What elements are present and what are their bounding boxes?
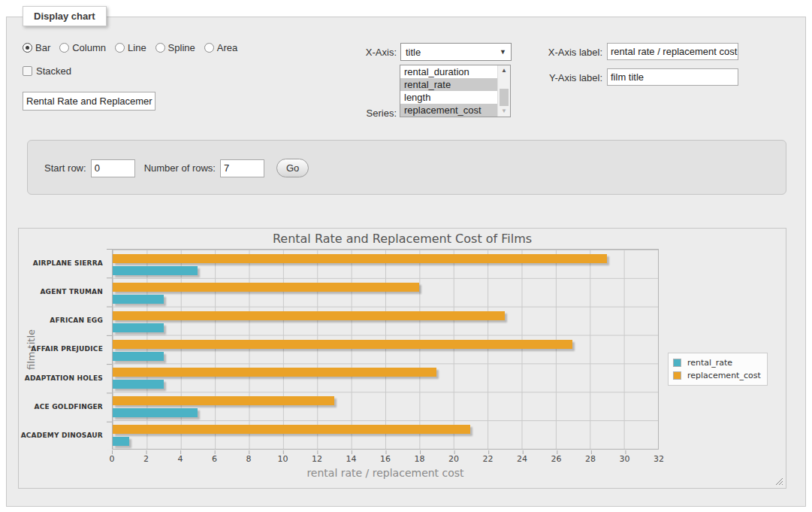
bar-replacement_cost <box>113 311 505 320</box>
radio-icon[interactable] <box>59 43 69 53</box>
y-axis-ticks <box>107 249 112 450</box>
x-axis-selected-value: title <box>406 47 421 58</box>
bar-rental_rate <box>113 266 198 275</box>
category-label: AFFAIR PREJUDICE <box>19 335 103 363</box>
bar-rental_rate <box>113 323 164 332</box>
bar-replacement_cost <box>113 283 419 292</box>
radio-label: Spline <box>168 42 195 53</box>
resize-handle-icon[interactable] <box>774 477 783 485</box>
chart-legend: rental_ratereplacement_cost <box>668 353 768 386</box>
x-tick-label: 0 <box>110 454 115 464</box>
y-axis-label-field-label: Y-Axis label: <box>518 72 602 83</box>
x-axis-label-input[interactable]: rental rate / replacement cost <box>607 43 738 60</box>
bar-replacement_cost <box>113 368 436 377</box>
series-scrollbar[interactable]: ▲ ▼ <box>497 65 510 117</box>
x-tick-label: 10 <box>278 454 288 464</box>
x-tick-label: 30 <box>620 454 630 464</box>
x-tick-label: 18 <box>415 454 425 464</box>
radio-label: Line <box>128 42 146 53</box>
bar-replacement_cost <box>113 396 334 405</box>
x-tick-label: 24 <box>517 454 527 464</box>
x-tick-label: 14 <box>346 454 357 464</box>
radio-label: Area <box>217 42 237 53</box>
x-tick-label: 20 <box>448 454 459 464</box>
category-label: AFRICAN EGG <box>19 306 103 335</box>
legend-label: replacement_cost <box>687 371 761 380</box>
x-axis-select[interactable]: title ▼ <box>400 43 512 61</box>
start-row-label: Start row: <box>44 162 86 174</box>
chart-type-radio-area[interactable]: Area <box>204 42 237 53</box>
stacked-label: Stacked <box>36 65 71 77</box>
series-list-label: Series: <box>338 108 397 119</box>
series-option-rental_rate[interactable]: rental_rate <box>400 78 497 91</box>
start-row-input[interactable]: 0 <box>91 159 135 177</box>
y-axis-label-input[interactable]: film title <box>607 68 738 86</box>
radio-icon[interactable] <box>204 43 214 53</box>
series-options: rental_durationrental_ratelengthreplacem… <box>400 65 497 117</box>
chart-type-radio-line[interactable]: Line <box>115 42 146 53</box>
go-button[interactable]: Go <box>276 159 309 177</box>
bar-rental_rate <box>113 437 129 446</box>
x-tick-label: 26 <box>551 454 562 464</box>
x-tick-label: 12 <box>312 454 322 464</box>
x-tick-label: 2 <box>143 454 149 464</box>
plot-area <box>112 249 659 450</box>
scroll-down-icon[interactable]: ▼ <box>498 106 510 117</box>
bar-rental_rate <box>113 380 164 389</box>
category-label: ACADEMY DINOSAUR <box>19 421 103 450</box>
series-option-rental_duration[interactable]: rental_duration <box>400 65 497 78</box>
chevron-down-icon: ▼ <box>500 48 506 56</box>
legend-row-replacement_cost: replacement_cost <box>673 369 761 382</box>
bar-rental_rate <box>113 352 164 361</box>
radio-icon[interactable] <box>155 43 165 53</box>
stacked-checkbox[interactable] <box>23 66 32 76</box>
legend-swatch-icon <box>673 371 681 380</box>
x-axis-select-label: X-Axis: <box>338 47 397 58</box>
y-axis-category-labels: AIRPLANE SIERRAAGENT TRUMANAFRICAN EGGAF… <box>19 249 103 450</box>
chart-type-radio-group: BarColumnLineSplineArea <box>23 42 237 53</box>
series-listbox[interactable]: rental_durationrental_ratelengthreplacem… <box>400 65 511 117</box>
x-tick-label: 28 <box>585 454 596 464</box>
chart-type-radio-spline[interactable]: Spline <box>155 42 195 53</box>
series-option-length[interactable]: length <box>400 91 497 104</box>
plot-band-affair-prejudice <box>113 335 658 364</box>
radio-label: Bar <box>35 42 50 53</box>
bar-rental_rate <box>113 295 164 304</box>
category-label: ADAPTATION HOLES <box>19 364 103 392</box>
x-tick-label: 6 <box>212 454 217 464</box>
radio-icon[interactable] <box>23 43 32 53</box>
fieldset-legend-title: Display chart <box>23 6 107 26</box>
bar-replacement_cost <box>113 340 572 349</box>
number-of-rows-input[interactable]: 7 <box>220 159 264 177</box>
chart-type-radio-column[interactable]: Column <box>59 42 106 53</box>
x-tick-label: 22 <box>483 454 494 464</box>
bar-rental_rate <box>113 408 198 417</box>
plot-band-african-egg <box>113 307 658 335</box>
series-option-replacement_cost[interactable]: replacement_cost <box>400 104 497 117</box>
bar-replacement_cost <box>113 254 607 263</box>
x-tick-label: 8 <box>246 454 252 464</box>
legend-label: rental_rate <box>687 358 732 368</box>
scrollbar-thumb[interactable] <box>500 89 509 106</box>
plot-band-academy-dinosaur <box>113 420 658 449</box>
plot-band-agent-truman <box>113 278 658 307</box>
scroll-up-icon[interactable]: ▲ <box>498 65 510 76</box>
chart-type-radio-bar[interactable]: Bar <box>23 42 50 53</box>
stacked-checkbox-row: Stacked <box>23 65 71 77</box>
chart-panel: Rental Rate and Replacement Cost of Film… <box>18 228 786 489</box>
x-axis-label-field-label: X-Axis label: <box>518 47 602 58</box>
category-label: ACE GOLDFINGER <box>19 392 103 421</box>
category-label: AIRPLANE SIERRA <box>19 249 103 277</box>
radio-icon[interactable] <box>115 43 125 53</box>
row-range-panel: Start row: 0 Number of rows: 7 Go <box>27 140 786 195</box>
radio-label: Column <box>72 42 106 53</box>
x-tick-label: 16 <box>380 454 391 464</box>
plot-band-airplane-sierra <box>113 250 658 278</box>
x-tick-label: 4 <box>178 454 183 464</box>
chart-title-input[interactable]: Rental Rate and Replacemer <box>23 92 155 111</box>
chart-x-axis-title: rental rate / replacement cost <box>112 467 659 479</box>
x-axis-tick-labels: 02468101214161820222426283032 <box>112 454 659 465</box>
legend-swatch-icon <box>673 359 681 367</box>
x-tick-label: 32 <box>654 454 664 464</box>
plot-band-adaptation-holes <box>113 363 658 392</box>
